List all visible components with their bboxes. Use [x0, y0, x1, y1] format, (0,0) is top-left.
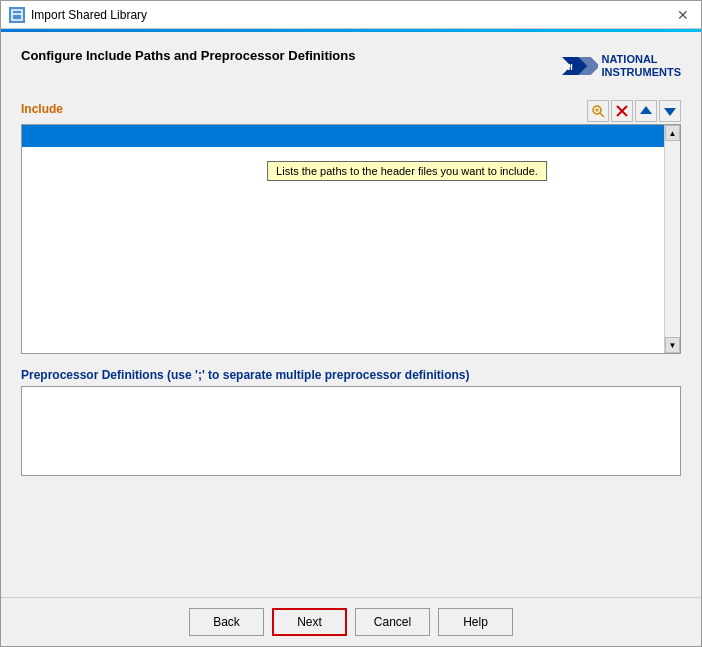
svg-marker-12	[664, 108, 676, 116]
title-bar-left: Import Shared Library	[9, 7, 147, 23]
page-title: Configure Include Paths and Preprocessor…	[21, 48, 355, 63]
window-title: Import Shared Library	[31, 8, 147, 22]
browse-button[interactable]	[587, 100, 609, 122]
window-icon	[9, 7, 25, 23]
next-button[interactable]: Next	[272, 608, 347, 636]
svg-rect-0	[12, 10, 22, 20]
toolbar-buttons	[587, 100, 681, 122]
arrow-down-icon	[663, 104, 677, 118]
svg-line-6	[600, 113, 604, 117]
include-tooltip: Lists the paths to the header files you …	[267, 161, 547, 181]
scroll-track	[665, 141, 680, 337]
ni-logo-text: NATIONAL INSTRUMENTS	[602, 53, 681, 79]
svg-text:NI: NI	[563, 62, 572, 72]
back-button[interactable]: Back	[189, 608, 264, 636]
include-list[interactable]: Lists the paths to the header files you …	[21, 124, 681, 354]
delete-icon	[615, 104, 629, 118]
browse-icon	[591, 104, 605, 118]
content-area: Configure Include Paths and Preprocessor…	[1, 32, 701, 597]
help-button[interactable]: Help	[438, 608, 513, 636]
ni-logo: NI NATIONAL INSTRUMENTS	[562, 48, 681, 84]
bottom-bar: Back Next Cancel Help	[1, 597, 701, 646]
include-label: Include	[21, 102, 63, 116]
cancel-button[interactable]: Cancel	[355, 608, 430, 636]
move-up-button[interactable]	[635, 100, 657, 122]
move-down-button[interactable]	[659, 100, 681, 122]
import-shared-library-window: Import Shared Library ✕ Configure Includ…	[0, 0, 702, 647]
ni-logo-symbol: NI	[562, 48, 598, 84]
include-toolbar-row: Include	[21, 100, 681, 122]
preprocessor-label: Preprocessor Definitions (use ';' to sep…	[21, 368, 681, 382]
arrow-up-icon	[639, 104, 653, 118]
preprocessor-input[interactable]	[21, 386, 681, 476]
include-scrollbar[interactable]: ▲ ▼	[664, 125, 680, 353]
svg-marker-11	[640, 106, 652, 114]
scroll-down-btn[interactable]: ▼	[665, 337, 680, 353]
header-row: Configure Include Paths and Preprocessor…	[21, 48, 681, 84]
delete-button[interactable]	[611, 100, 633, 122]
close-button[interactable]: ✕	[673, 5, 693, 25]
include-selected-row	[22, 125, 680, 147]
scroll-up-btn[interactable]: ▲	[665, 125, 680, 141]
title-bar: Import Shared Library ✕	[1, 1, 701, 29]
